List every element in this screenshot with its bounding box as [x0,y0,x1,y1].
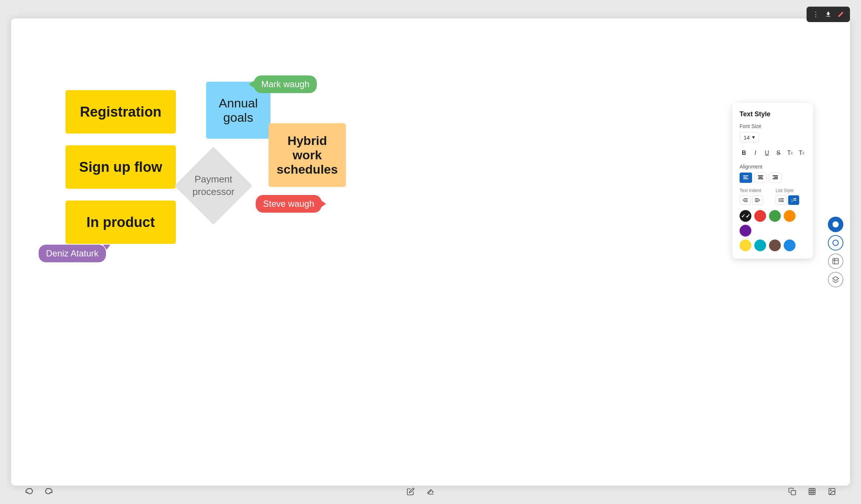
pen-button[interactable] [404,485,418,498]
list-section: List Style 1.2. [776,188,806,205]
color-red[interactable] [754,210,766,222]
svg-rect-37 [791,490,796,495]
svg-rect-17 [755,200,759,200]
svg-rect-6 [758,178,763,179]
eraser-tool-button[interactable] [424,485,437,498]
svg-rect-38 [809,489,815,495]
indent-increase-button[interactable] [752,195,763,205]
color-orange[interactable] [784,210,796,222]
color-blue[interactable] [784,239,796,251]
redo-button[interactable] [42,485,56,498]
svg-rect-8 [773,175,778,176]
outline-tool-button[interactable] [828,235,843,251]
svg-point-30 [833,221,839,228]
ordered-list-button[interactable]: 1.2. [788,195,799,205]
color-black[interactable]: ✓ [740,210,751,222]
color-row-2 [740,239,806,251]
right-toolbar [828,217,843,287]
svg-marker-19 [759,199,760,201]
svg-marker-35 [833,277,839,281]
diamond-shape [174,147,252,225]
align-right-button[interactable] [769,173,782,183]
diamond-payment[interactable]: Payment processor [177,149,250,223]
align-left-button[interactable] [740,173,752,183]
frame-button[interactable] [805,485,819,498]
font-size-row: 14 ▾ [740,132,806,142]
align-center-button[interactable] [754,173,767,183]
svg-rect-12 [744,198,748,199]
paint-tool-button[interactable] [828,217,843,232]
svg-rect-21 [780,198,784,199]
superscript-button[interactable]: T2 [786,148,794,159]
font-size-select[interactable]: 14 ▾ [740,132,759,142]
image-button[interactable] [825,485,839,498]
font-size-label: Font Size [740,123,806,129]
svg-point-22 [779,200,780,201]
copy-button[interactable] [785,485,799,498]
svg-point-24 [779,201,780,202]
canvas: Registration Sign up flow In product Ann… [11,18,850,486]
chevron-down-icon: ▾ [752,134,755,141]
note-inproduct[interactable]: In product [65,200,176,244]
layers-tool-button[interactable] [828,272,843,287]
svg-rect-23 [780,200,784,200]
svg-point-20 [779,198,780,199]
color-purple[interactable] [740,225,751,237]
badge-mark[interactable]: Mark waugh [254,75,317,93]
badge-steve[interactable]: Steve waugh [256,195,322,213]
badge-deniz[interactable]: Deniz Ataturk [39,245,106,262]
undo-button[interactable] [22,485,36,498]
crop-tool-button[interactable] [828,253,843,269]
svg-rect-29 [793,200,796,200]
text-style-panel: Text Style Font Size 14 ▾ B I U S T2 T2 … [732,103,813,259]
more-button[interactable]: ⋮ [810,9,821,20]
svg-rect-2 [743,178,748,179]
svg-marker-15 [743,199,744,201]
alignment-label: Alignment [740,164,806,170]
color-row-1: ✓ [740,210,806,237]
note-signup[interactable]: Sign up flow [65,145,176,189]
svg-rect-13 [744,200,748,200]
bottom-right-tools [785,485,839,498]
indent-decrease-button[interactable] [740,195,751,205]
alignment-row [740,173,806,183]
svg-rect-25 [780,201,784,202]
unordered-list-button[interactable] [776,195,787,205]
svg-point-31 [833,240,839,246]
svg-rect-27 [793,198,796,199]
color-teal[interactable] [754,239,766,251]
svg-rect-32 [833,259,839,264]
svg-rect-14 [744,201,748,202]
svg-rect-9 [774,177,778,178]
format-row: B I U S T2 T2 [740,148,806,159]
bottom-left-tools [22,485,56,498]
underline-button[interactable]: U [763,148,771,159]
note-hybrid[interactable]: Hybrid work schedules [269,123,346,187]
subscript-button[interactable]: T2 [797,148,806,159]
indent-section: Text Indent [740,188,770,205]
italic-button[interactable]: I [751,148,759,159]
canvas-content: Registration Sign up flow In product Ann… [11,18,850,486]
top-toolbar: ⋮ [807,7,850,22]
svg-point-44 [830,490,831,491]
bottom-center-tools [404,485,437,498]
svg-rect-1 [743,177,747,178]
svg-rect-16 [755,198,759,199]
svg-rect-4 [758,175,763,176]
panel-title: Text Style [740,110,806,118]
color-brown[interactable] [769,239,781,251]
bold-button[interactable]: B [740,148,748,159]
svg-rect-10 [773,178,778,179]
indent-list-row: Text Indent List Style [740,188,806,205]
download-button[interactable] [823,10,834,19]
svg-rect-0 [743,175,748,176]
svg-rect-5 [759,177,762,178]
strikethrough-button[interactable]: S [774,148,783,159]
note-registration[interactable]: Registration [65,90,176,134]
svg-rect-18 [755,201,759,202]
bottom-toolbar [0,485,861,498]
color-yellow[interactable] [740,239,751,251]
eraser-button[interactable] [835,10,846,19]
color-green[interactable] [769,210,781,222]
